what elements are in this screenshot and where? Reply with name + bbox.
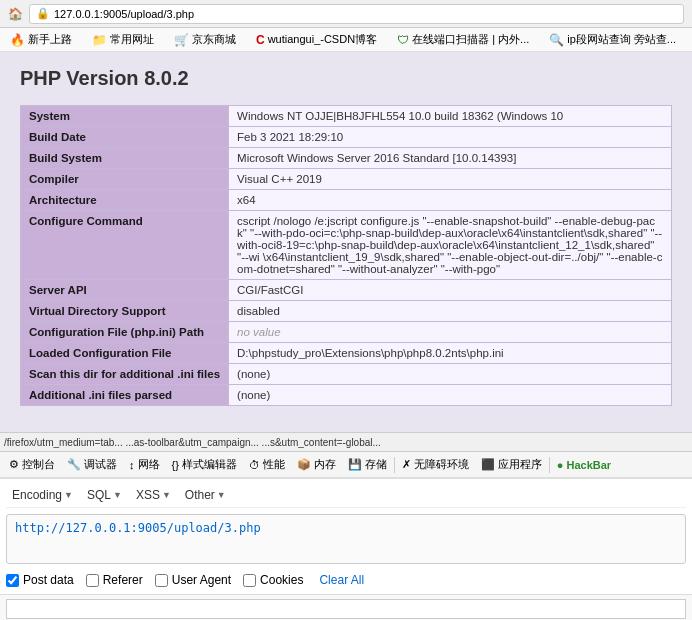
bookmark-csdn[interactable]: C wutiangui_-CSDN博客 — [250, 30, 383, 49]
xss-arrow-icon: ▼ — [162, 490, 171, 500]
menu-xss[interactable]: XSS ▼ — [130, 486, 177, 504]
dt-performance[interactable]: ⏱ 性能 — [244, 455, 290, 474]
dt-network[interactable]: ↕ 网络 — [124, 455, 165, 474]
clear-all-button[interactable]: Clear All — [319, 573, 364, 587]
dt-storage[interactable]: 💾 存储 — [343, 455, 392, 474]
row-label: Configuration File (php.ini) Path — [21, 322, 229, 343]
status-text: /firefox/utm_medium=tab... ...as-toolbar… — [4, 437, 381, 448]
dt-hackbar[interactable]: ● HackBar — [552, 457, 616, 473]
row-value: D:\phpstudy_pro\Extensions\php\php8.0.2n… — [229, 343, 672, 364]
dt-label: 存储 — [365, 457, 387, 472]
table-row: Virtual Directory Supportdisabled — [21, 301, 672, 322]
sql-arrow-icon: ▼ — [113, 490, 122, 500]
row-label: Virtual Directory Support — [21, 301, 229, 322]
sql-label: SQL — [87, 488, 111, 502]
row-value: Windows NT OJJE|BH8JFHL554 10.0 build 18… — [229, 106, 672, 127]
dt-console[interactable]: ⚙ 控制台 — [4, 455, 60, 474]
referer-label: Referer — [103, 573, 143, 587]
row-label: Build System — [21, 148, 229, 169]
shield-icon: 🛡 — [397, 33, 409, 47]
status-bar: /firefox/utm_medium=tab... ...as-toolbar… — [0, 432, 692, 452]
devtools-bar: ⚙ 控制台 🔧 调试器 ↕ 网络 {} 样式编辑器 ⏱ 性能 📦 内存 💾 存储… — [0, 452, 692, 478]
table-row: Build SystemMicrosoft Windows Server 201… — [21, 148, 672, 169]
main-content: PHP Version 8.0.2 SystemWindows NT OJJE|… — [0, 52, 692, 432]
table-row: Server APICGI/FastCGI — [21, 280, 672, 301]
shop-icon: 🛒 — [174, 33, 189, 47]
hackbar-label: HackBar — [567, 459, 612, 471]
bottom-input-bar — [0, 594, 692, 620]
row-value: x64 — [229, 190, 672, 211]
hackbar-menu: Encoding ▼ SQL ▼ XSS ▼ Other ▼ — [6, 483, 686, 508]
network-icon: ↕ — [129, 459, 135, 471]
accessibility-icon: ✗ — [402, 458, 411, 471]
dt-accessibility[interactable]: ✗ 无障碍环境 — [397, 455, 474, 474]
xss-label: XSS — [136, 488, 160, 502]
url-text: http://127.0.0.1:9005/upload/3.php — [15, 521, 261, 535]
table-row: Configuration File (php.ini) Pathno valu… — [21, 322, 672, 343]
memory-icon: 📦 — [297, 458, 311, 471]
useragent-checkbox[interactable] — [155, 574, 168, 587]
menu-other[interactable]: Other ▼ — [179, 486, 232, 504]
postdata-checkbox-label[interactable]: Post data — [6, 573, 74, 587]
dt-label: 性能 — [263, 457, 285, 472]
dt-label: 应用程序 — [498, 457, 542, 472]
table-row: Architecturex64 — [21, 190, 672, 211]
postdata-checkbox[interactable] — [6, 574, 19, 587]
address-text: 127.0.0.1:9005/upload/3.php — [54, 8, 194, 20]
title-bar: 🏠 🔒 127.0.0.1:9005/upload/3.php — [0, 0, 692, 28]
menu-encoding[interactable]: Encoding ▼ — [6, 486, 79, 504]
style-icon: {} — [172, 459, 179, 471]
cookies-checkbox-label[interactable]: Cookies — [243, 573, 303, 587]
table-row: Additional .ini files parsed(none) — [21, 385, 672, 406]
hackbar-area: Encoding ▼ SQL ▼ XSS ▼ Other ▼ http://12… — [0, 478, 692, 594]
lock-icon: 🔒 — [36, 7, 50, 20]
useragent-checkbox-label[interactable]: User Agent — [155, 573, 231, 587]
bookmark-ip-query[interactable]: 🔍 ip段网站查询 旁站查... — [543, 30, 682, 49]
bookmark-label: 新手上路 — [28, 32, 72, 47]
dt-application[interactable]: ⬛ 应用程序 — [476, 455, 547, 474]
referer-checkbox-label[interactable]: Referer — [86, 573, 143, 587]
row-value: cscript /nologo /e:jscript configure.js … — [229, 211, 672, 280]
cookies-checkbox[interactable] — [243, 574, 256, 587]
row-value: (none) — [229, 385, 672, 406]
search-icon: 🔍 — [549, 33, 564, 47]
bookmark-label: ip段网站查询 旁站查... — [567, 32, 676, 47]
php-version-title: PHP Version 8.0.2 — [20, 67, 672, 90]
perf-icon: ⏱ — [249, 459, 260, 471]
table-row: Scan this dir for additional .ini files(… — [21, 364, 672, 385]
bookmark-label: 在线端口扫描器 | 内外... — [412, 32, 529, 47]
other-label: Other — [185, 488, 215, 502]
row-value: Microsoft Windows Server 2016 Standard [… — [229, 148, 672, 169]
dt-separator — [394, 457, 395, 473]
encoding-arrow-icon: ▼ — [64, 490, 73, 500]
checkboxes-row: Post data Referer User Agent Cookies Cle… — [6, 570, 686, 590]
fire-icon: 🔥 — [10, 33, 25, 47]
console-icon: ⚙ — [9, 458, 19, 471]
dt-label: 内存 — [314, 457, 336, 472]
cookies-label: Cookies — [260, 573, 303, 587]
storage-icon: 💾 — [348, 458, 362, 471]
home-icon[interactable]: 🏠 — [8, 7, 23, 21]
referer-checkbox[interactable] — [86, 574, 99, 587]
bottom-input-field[interactable] — [6, 599, 686, 619]
bookmark-changyong[interactable]: 📁 常用网址 — [86, 30, 160, 49]
row-label: Compiler — [21, 169, 229, 190]
row-label: Scan this dir for additional .ini files — [21, 364, 229, 385]
url-input[interactable]: http://127.0.0.1:9005/upload/3.php — [6, 514, 686, 564]
row-label: Additional .ini files parsed — [21, 385, 229, 406]
row-label: System — [21, 106, 229, 127]
dt-style-editor[interactable]: {} 样式编辑器 — [167, 455, 242, 474]
row-label: Server API — [21, 280, 229, 301]
bookmarks-bar: 🔥 新手上路 📁 常用网址 🛒 京东商城 C wutiangui_-CSDN博客… — [0, 28, 692, 52]
menu-sql[interactable]: SQL ▼ — [81, 486, 128, 504]
dt-debugger[interactable]: 🔧 调试器 — [62, 455, 122, 474]
dt-memory[interactable]: 📦 内存 — [292, 455, 341, 474]
bookmark-xinshanlu[interactable]: 🔥 新手上路 — [4, 30, 78, 49]
other-arrow-icon: ▼ — [217, 490, 226, 500]
bookmark-scanner[interactable]: 🛡 在线端口扫描器 | 内外... — [391, 30, 535, 49]
address-bar[interactable]: 🔒 127.0.0.1:9005/upload/3.php — [29, 4, 684, 24]
useragent-label: User Agent — [172, 573, 231, 587]
row-value: (none) — [229, 364, 672, 385]
bookmark-jingdong[interactable]: 🛒 京东商城 — [168, 30, 242, 49]
csdn-icon: C — [256, 33, 265, 47]
